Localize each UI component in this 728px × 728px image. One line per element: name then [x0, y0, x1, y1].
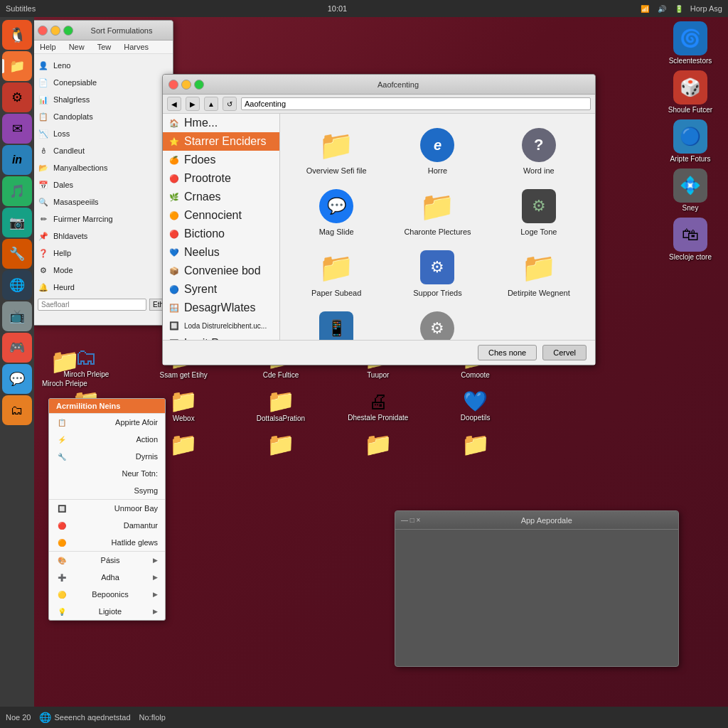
- file-icon-detirpite[interactable]: 📁 Detirpite Wegnent: [494, 247, 584, 297]
- menu-tew[interactable]: Tew: [95, 42, 114, 52]
- folder-row3-5[interactable]: 📁: [428, 428, 523, 461]
- folder-dottalsa[interactable]: 📁 DottalsaPration: [234, 385, 328, 425]
- launcher-app3[interactable]: in: [2, 145, 32, 175]
- desktop-icon-sney[interactable]: 💠 Sney: [658, 168, 722, 212]
- dropdown-syrent[interactable]: 🔵 Syrent: [163, 280, 279, 299]
- sidebar-dales[interactable]: 📅 Dales: [32, 176, 173, 193]
- file-icon-loge[interactable]: ⚙ Loge Tone: [494, 186, 584, 236]
- launcher-app5[interactable]: 📷: [2, 208, 32, 237]
- nav-back[interactable]: ◀: [167, 97, 181, 111]
- cervel-button[interactable]: Cervel: [542, 345, 587, 360]
- context-ssymg[interactable]: Ssymg: [49, 482, 165, 499]
- menu-harves[interactable]: Harves: [122, 42, 151, 52]
- nav-refresh[interactable]: ↺: [223, 97, 237, 111]
- context-hatlide[interactable]: 🟠 Hatlide glews: [49, 534, 165, 551]
- desktop-icon-screensavers[interactable]: 🌀 Scleentestors: [658, 21, 722, 65]
- launcher-app1[interactable]: ⚙: [2, 82, 32, 112]
- sidebar-shalgrless[interactable]: 📊 Shalgrless: [32, 91, 173, 108]
- launcher-files[interactable]: 📁: [2, 51, 32, 81]
- dropdown-bictiono[interactable]: 🔴 Bictiono: [163, 225, 279, 243]
- context-ligiote[interactable]: 💡 Ligiote ▶: [49, 603, 165, 620]
- file-icon-charonte[interactable]: 📁 Charonte Plectures: [392, 186, 482, 236]
- context-action[interactable]: ⚡ Action: [49, 431, 165, 448]
- context-damantur[interactable]: 🔴 Damantur: [49, 517, 165, 534]
- tray-icon-wifi[interactable]: 📶: [639, 3, 651, 14]
- dropdown-loda[interactable]: 🔲 Loda Distrurelcibhent.uc...: [163, 317, 279, 334]
- context-adha[interactable]: ➕ Adha ▶: [49, 569, 165, 586]
- sidebar-bhldavets[interactable]: 📌 Bhldavets: [32, 228, 173, 245]
- dropdown-fdoes[interactable]: 🍊 Fdoes: [163, 151, 279, 169]
- desktop-icon-shutle[interactable]: 🎲 Shoule Futcer: [658, 70, 722, 114]
- sidebar-conepsiable[interactable]: 📄 Conepsiable: [32, 74, 173, 91]
- launcher-app8[interactable]: 📺: [2, 301, 32, 331]
- context-dyrnis[interactable]: 🔧 Dyrnis: [49, 448, 165, 465]
- file-icon-mag[interactable]: 💬 Mag Slide: [291, 186, 381, 236]
- dropdown-crnaes[interactable]: 🌿 Crnaes: [163, 188, 279, 206]
- launcher-app2[interactable]: ✉: [2, 114, 32, 144]
- folder-row3-4[interactable]: 📁: [331, 428, 425, 461]
- sidebar-heurd[interactable]: 🔔 Heurd: [32, 279, 173, 296]
- bottom-item-2[interactable]: 🌐 Seeench aqednetstad: [39, 712, 130, 723]
- bottom-item-3[interactable]: No:flolp: [139, 713, 166, 722]
- launcher-app4[interactable]: 🎵: [2, 176, 32, 206]
- file-icon-overview[interactable]: 📁 Overview Sefi file: [291, 125, 381, 175]
- context-neur[interactable]: Neur Totn:: [49, 465, 165, 482]
- file-icon-suppor[interactable]: ⚙ Suppor Trieds: [392, 247, 482, 297]
- window-sort-min[interactable]: [50, 26, 60, 36]
- sidebar-heurd-icon: 🔔: [38, 282, 49, 293]
- nav-up[interactable]: ▲: [204, 97, 218, 111]
- search-input[interactable]: [38, 299, 146, 311]
- desktop-icon-aripte[interactable]: 🔵 Aripte Foturs: [658, 119, 722, 163]
- sidebar-hellp[interactable]: ❓ Hellp: [32, 245, 173, 262]
- file-icon-word[interactable]: ? Word ine: [494, 125, 584, 175]
- sidebar-masaspeeiils[interactable]: 🔍 Masaspeeiils: [32, 193, 173, 210]
- launcher-app9[interactable]: 🎮: [2, 333, 32, 363]
- nav-forward[interactable]: ▶: [186, 97, 200, 111]
- dropdown-hme[interactable]: 🏠 Hme...: [163, 114, 279, 132]
- sidebar-leno[interactable]: 👤 Leno: [32, 57, 173, 74]
- context-appirte[interactable]: 📋 Appirte Afoir: [49, 414, 165, 431]
- file-icon-srocleys[interactable]: ⚙ Srocleys: [392, 309, 482, 340]
- context-bepoonics[interactable]: 🟡 Bepoonics ▶: [49, 586, 165, 603]
- tray-icon-battery[interactable]: 🔋: [673, 3, 685, 14]
- menu-new[interactable]: New: [67, 42, 87, 52]
- sidebar-fuirmer[interactable]: ✏ Fuirmer Marrcing: [32, 210, 173, 228]
- launcher-app10[interactable]: 💬: [2, 364, 32, 394]
- context-unmoor[interactable]: 🔲 Unmoor Bay: [49, 500, 165, 517]
- sidebar-candoplats[interactable]: 📋 Candoplats: [32, 108, 173, 125]
- dropdown-conveniee[interactable]: 📦 Conveniee bod: [163, 262, 279, 280]
- sidebar-loss[interactable]: 📉 Loss: [32, 125, 173, 142]
- tray-icon-sound[interactable]: 🔊: [656, 3, 668, 14]
- window-file-close[interactable]: [168, 80, 178, 90]
- folder-dhestale[interactable]: 🖨 Dhestale Pronidate: [331, 385, 425, 425]
- launcher-app11[interactable]: 🗂: [2, 395, 32, 425]
- launcher-app7[interactable]: 🌐: [2, 270, 32, 300]
- sidebar-mode[interactable]: ⚙ Mode: [32, 262, 173, 279]
- launcher-app6[interactable]: 🔧: [2, 239, 32, 269]
- dropdown-desagr[interactable]: 🪟 DesagrWlates: [163, 299, 279, 317]
- desktop-icon-slecloje[interactable]: 🛍 Slecloje ctore: [658, 218, 722, 261]
- dropdown-neelus[interactable]: 💙 Neelus: [163, 243, 279, 262]
- file-icon-paper[interactable]: 📁 Paper Subead: [291, 247, 381, 297]
- sidebar-candleut[interactable]: 🕯 Candleut: [32, 142, 173, 159]
- window-file-max[interactable]: [194, 80, 204, 90]
- bottom-item-1[interactable]: Noe 20: [6, 713, 31, 722]
- ches-none-button[interactable]: Ches none: [478, 345, 537, 360]
- file-icon-horre[interactable]: e Horre: [392, 125, 482, 175]
- folder-miroch-prleipe[interactable]: 🗂 Miroch Prleipe: [39, 341, 134, 382]
- dropdown-locit[interactable]: 🔲 Locit Pars: [163, 334, 279, 340]
- sidebar-manyalbections[interactable]: 📂 Manyalbections: [32, 159, 173, 176]
- window-sort-close[interactable]: [38, 26, 48, 36]
- folder-doopetils[interactable]: 💙 Doopetils: [428, 385, 523, 425]
- window-file-min[interactable]: [181, 80, 191, 90]
- dropdown-cennocient[interactable]: 🟠 Cennocient: [163, 206, 279, 225]
- menu-help[interactable]: Help: [38, 42, 58, 52]
- context-pasis[interactable]: 🎨 Pásis ▶: [49, 552, 165, 569]
- address-bar[interactable]: [241, 97, 591, 110]
- file-icon-conton[interactable]: 📱 Conton Futlles: [291, 309, 381, 340]
- dropdown-prootrote[interactable]: 🔴 Prootrote: [163, 169, 279, 188]
- dropdown-starrer[interactable]: ⭐ Starrer Enciders: [163, 132, 279, 151]
- folder-row3-3[interactable]: 📁: [234, 428, 328, 461]
- window-sort-max[interactable]: [63, 26, 73, 36]
- launcher-ubuntu-button[interactable]: 🐧: [2, 20, 32, 50]
